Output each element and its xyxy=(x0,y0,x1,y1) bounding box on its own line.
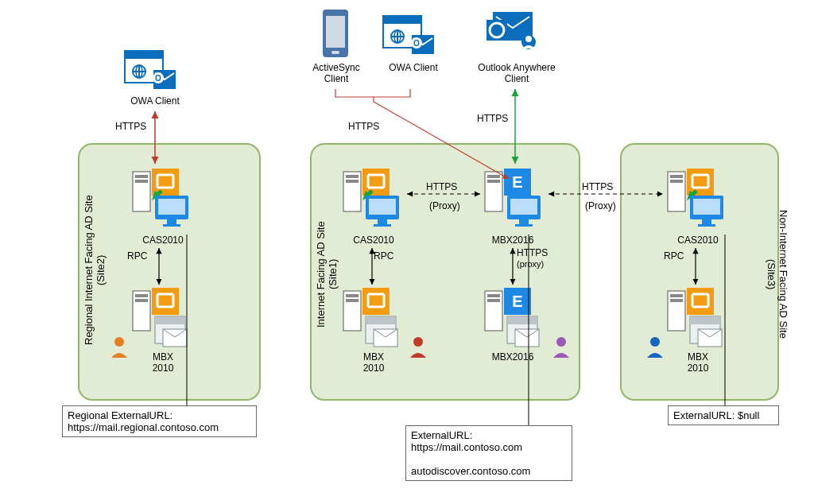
svg-rect-88 xyxy=(670,294,683,297)
site3-user-icon xyxy=(644,334,666,359)
site2-cas2010-icon xyxy=(131,167,195,231)
site3-sub: (Site3) xyxy=(766,259,777,289)
site1-sub: (Site1) xyxy=(327,259,339,289)
activesync-label: ActiveSync Client xyxy=(308,62,364,84)
svg-rect-57 xyxy=(366,316,396,324)
svg-rect-90 xyxy=(687,288,714,315)
rpc-label-site3: RPC xyxy=(664,250,684,262)
svg-point-42 xyxy=(114,337,124,347)
svg-point-25 xyxy=(525,36,532,42)
proxy-label-vert: (proxy) xyxy=(517,259,544,269)
svg-rect-28 xyxy=(135,180,148,183)
site2-mbx2010-icon xyxy=(131,286,195,350)
svg-rect-34 xyxy=(163,224,180,227)
svg-rect-50 xyxy=(378,219,387,224)
site1-cas2010-icon xyxy=(342,167,405,231)
outlook-anywhere-icon xyxy=(485,4,541,56)
svg-rect-66 xyxy=(510,199,537,215)
svg-rect-29 xyxy=(152,169,179,196)
owa-client-left-label: OWA Client xyxy=(123,95,187,107)
site2-cas2010-label: CAS2010 xyxy=(139,235,187,246)
svg-rect-38 xyxy=(152,288,179,315)
site1-user-purple-icon xyxy=(550,334,572,359)
svg-rect-32 xyxy=(158,199,185,215)
svg-rect-36 xyxy=(135,294,148,297)
svg-rect-54 xyxy=(346,299,359,302)
rpc-label-site2: RPC xyxy=(127,250,147,262)
https-label-proxy1: HTTPS xyxy=(426,181,457,192)
svg-rect-92 xyxy=(690,316,720,324)
callout-central: ExternalURL: https://mail.contoso.com au… xyxy=(405,425,572,481)
svg-rect-10 xyxy=(326,16,345,48)
owa-client-top-label: OWA Client xyxy=(386,62,441,73)
site1-user-red-icon xyxy=(407,334,429,359)
rpc-label-site1: RPC xyxy=(374,250,393,262)
svg-rect-68 xyxy=(515,224,533,227)
site2-label: Regional Internet Facing AD Site (Site2) xyxy=(83,167,107,374)
svg-rect-67 xyxy=(519,219,529,224)
svg-rect-53 xyxy=(346,294,359,297)
svg-rect-44 xyxy=(346,175,359,178)
site2-sub: (Site2) xyxy=(95,255,107,285)
svg-rect-55 xyxy=(362,288,390,315)
https-label-left: HTTPS xyxy=(115,121,146,132)
svg-text:O: O xyxy=(155,74,161,83)
owa-client-left-icon: O xyxy=(123,49,179,93)
svg-rect-49 xyxy=(369,199,396,215)
site1-mbx2016-top-label: MBX2016 xyxy=(489,235,537,246)
site3-mbx2010-label: MBX 2010 xyxy=(674,351,722,374)
callout-regional: Regional ExternalURL: https://mail.regio… xyxy=(62,405,257,437)
svg-rect-46 xyxy=(362,169,390,196)
svg-rect-51 xyxy=(374,224,391,227)
https-label-vert: HTTPS xyxy=(517,247,548,258)
https-label-mid: HTTPS xyxy=(348,121,379,132)
outlook-anywhere-label: Outlook Anywhere Client xyxy=(473,62,560,84)
site3-title: Non-Internet Facing AD Site xyxy=(777,210,789,339)
proxy-label-1: (Proxy) xyxy=(429,200,460,211)
site1-label: Internet Facing AD Site (Site1) xyxy=(315,183,339,366)
svg-rect-81 xyxy=(687,169,714,196)
site3-cas2010-label: CAS2010 xyxy=(674,235,722,246)
site3-mbx2010-icon xyxy=(666,286,730,350)
svg-rect-85 xyxy=(702,219,711,224)
svg-rect-11 xyxy=(331,51,339,54)
svg-rect-86 xyxy=(698,224,715,227)
svg-point-59 xyxy=(413,337,423,347)
svg-rect-75 xyxy=(507,316,537,324)
svg-point-94 xyxy=(650,337,660,347)
site1-mbx2016-top-icon: E xyxy=(483,167,547,231)
svg-rect-71 xyxy=(487,299,500,302)
svg-rect-45 xyxy=(346,180,359,183)
site1-cas2010-label: CAS2010 xyxy=(350,235,397,246)
svg-text:E: E xyxy=(512,293,522,310)
site3-cas2010-icon xyxy=(666,167,730,231)
site1-mbx2016-bot-label: MBX2016 xyxy=(489,351,537,362)
site2-title: Regional Internet Facing AD Site xyxy=(83,196,95,346)
svg-rect-84 xyxy=(693,199,720,215)
svg-rect-40 xyxy=(155,316,185,324)
svg-text:E: E xyxy=(512,173,522,191)
https-label-green: HTTPS xyxy=(477,113,508,124)
site2-user-icon xyxy=(108,334,130,359)
owa-client-top-icon: O xyxy=(382,14,437,58)
activesync-icon xyxy=(320,6,351,60)
site2-mbx2010-label: MBX 2010 xyxy=(139,351,187,374)
svg-rect-70 xyxy=(487,294,500,297)
svg-rect-13 xyxy=(383,16,421,24)
proxy-label-2: (Proxy) xyxy=(585,200,616,211)
site1-mbx2010-label: MBX 2010 xyxy=(350,351,397,374)
svg-rect-37 xyxy=(135,299,148,302)
svg-rect-27 xyxy=(135,175,148,178)
svg-rect-80 xyxy=(670,180,683,183)
svg-rect-79 xyxy=(670,175,683,178)
svg-rect-62 xyxy=(487,180,500,183)
https-label-proxy2: HTTPS xyxy=(582,181,613,192)
callout-right: ExternalURL: $null xyxy=(668,405,779,425)
svg-rect-33 xyxy=(167,219,176,224)
site3-label: Non-Internet Facing AD Site (Site3) xyxy=(766,179,789,370)
svg-rect-61 xyxy=(487,175,500,178)
svg-rect-89 xyxy=(670,299,683,302)
svg-rect-1 xyxy=(125,51,163,59)
site1-title: Internet Facing AD Site xyxy=(315,221,327,328)
site1-mbx2010-icon xyxy=(342,286,405,350)
